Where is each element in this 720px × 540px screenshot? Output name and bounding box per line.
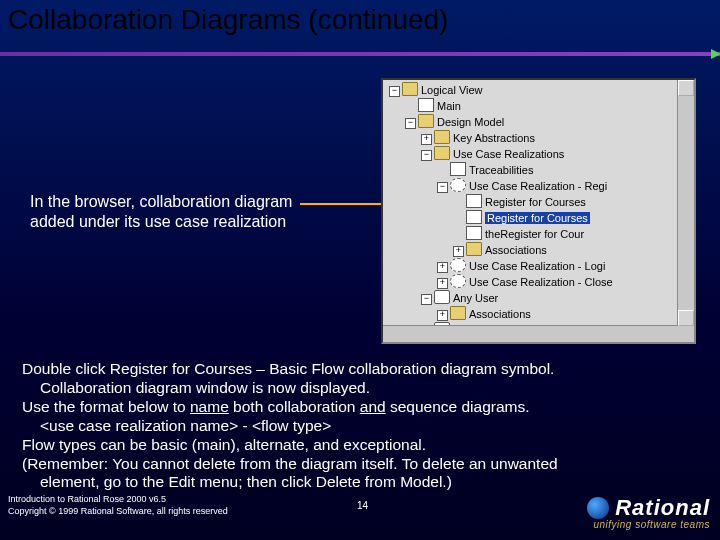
tree-label: Use Case Realization - Close	[469, 276, 613, 288]
usecase-realization-icon	[450, 274, 466, 288]
tree-node-uc-realizations[interactable]: −Use Case Realizations	[385, 146, 678, 162]
body-line: (Remember: You cannot delete from the di…	[22, 455, 558, 472]
tree-node-main[interactable]: Main	[385, 98, 678, 114]
expand-icon[interactable]: +	[437, 278, 448, 289]
scrollbar-corner	[678, 326, 694, 342]
vertical-scrollbar[interactable]	[677, 80, 694, 326]
body-line: Flow types can be basic (main), alternat…	[22, 436, 426, 453]
body-line: element, go to the Edit menu; then click…	[40, 473, 720, 492]
page-number: 14	[357, 500, 368, 511]
folder-icon	[466, 242, 482, 256]
tree-label: Use Case Realization - Logi	[469, 260, 605, 272]
body-text: Double click Register for Courses – Basi…	[22, 360, 720, 492]
expand-icon[interactable]: +	[421, 134, 432, 145]
body-line: <use case realization name> - <flow type…	[40, 417, 720, 436]
usecase-realization-icon	[450, 178, 466, 192]
horizontal-scrollbar[interactable]	[383, 325, 678, 342]
collab-diagram-icon	[466, 210, 482, 224]
collapse-icon[interactable]: −	[421, 294, 432, 305]
tree-node-the-register[interactable]: theRegister for Cour	[385, 226, 678, 242]
tree-node-key-abstractions[interactable]: +Key Abstractions	[385, 130, 678, 146]
brand-text: Rational	[587, 495, 710, 521]
collapse-icon[interactable]: −	[405, 118, 416, 129]
tree-label: Associations	[469, 308, 531, 320]
folder-icon	[434, 130, 450, 144]
body-line: Double click Register for Courses – Basi…	[22, 360, 554, 377]
tree-label: Main	[437, 100, 461, 112]
slide-title: Collaboration Diagrams (continued)	[8, 4, 448, 36]
tree-label: Any User	[453, 292, 498, 304]
tree-label: Design Model	[437, 116, 504, 128]
folder-icon	[418, 114, 434, 128]
expand-icon[interactable]: +	[453, 246, 464, 257]
rational-logo: Rational unifying software teams	[587, 495, 710, 530]
tree-node-design-model[interactable]: −Design Model	[385, 114, 678, 130]
folder-icon	[434, 146, 450, 160]
tree-label: Use Case Realization - Regi	[469, 180, 607, 192]
tagline-text: unifying software teams	[587, 519, 710, 530]
tree-node-register-classdgm[interactable]: Register for Courses	[385, 194, 678, 210]
tree-label: Register for Courses	[485, 196, 586, 208]
body-line: Use the format below to name both collab…	[22, 398, 530, 415]
title-divider	[0, 52, 720, 56]
expand-icon[interactable]: +	[437, 262, 448, 273]
slide: Collaboration Diagrams (continued) In th…	[0, 0, 720, 540]
tree-label: Use Case Realizations	[453, 148, 564, 160]
tree-node-associations-2[interactable]: +Associations	[385, 306, 678, 322]
usecase-realization-icon	[450, 258, 466, 272]
diagram-icon	[450, 162, 466, 176]
folder-icon	[450, 306, 466, 320]
tree-label: Logical View	[421, 84, 483, 96]
tree-node-associations-1[interactable]: +Associations	[385, 242, 678, 258]
actor-icon	[434, 290, 450, 304]
tree-content: −Logical View Main −Design Model +Key Ab…	[383, 80, 678, 326]
collapse-icon[interactable]: −	[389, 86, 400, 97]
diagram-icon	[418, 98, 434, 112]
tree-node-traceabilities[interactable]: Traceabilities	[385, 162, 678, 178]
tree-label: Traceabilities	[469, 164, 533, 176]
tree-label: theRegister for Cour	[485, 228, 584, 240]
footer-line-2: Copyright © 1999 Rational Software, all …	[8, 506, 228, 516]
rose-browser-tree: −Logical View Main −Design Model +Key Ab…	[381, 78, 696, 344]
tree-label-selected: Register for Courses	[485, 212, 590, 224]
caption-text: In the browser, collaboration diagram ad…	[30, 192, 320, 232]
object-icon	[466, 226, 482, 240]
collapse-icon[interactable]: −	[421, 150, 432, 161]
class-diagram-icon	[466, 194, 482, 208]
tree-node-ucr-register[interactable]: −Use Case Realization - Regi	[385, 178, 678, 194]
folder-icon	[402, 82, 418, 96]
expand-icon[interactable]: +	[437, 310, 448, 321]
tree-node-register-collab[interactable]: Register for Courses	[385, 210, 678, 226]
footer-line-1: Introduction to Rational Rose 2000 v6.5	[8, 494, 166, 504]
tree-label: Associations	[485, 244, 547, 256]
tree-node-ucr-login[interactable]: +Use Case Realization - Logi	[385, 258, 678, 274]
tree-node-any-user[interactable]: −Any User	[385, 290, 678, 306]
collapse-icon[interactable]: −	[437, 182, 448, 193]
body-line: Collaboration diagram window is now disp…	[40, 379, 720, 398]
tree-node-ucr-close[interactable]: +Use Case Realization - Close	[385, 274, 678, 290]
tree-node-logical-view[interactable]: −Logical View	[385, 82, 678, 98]
tree-label: Key Abstractions	[453, 132, 535, 144]
